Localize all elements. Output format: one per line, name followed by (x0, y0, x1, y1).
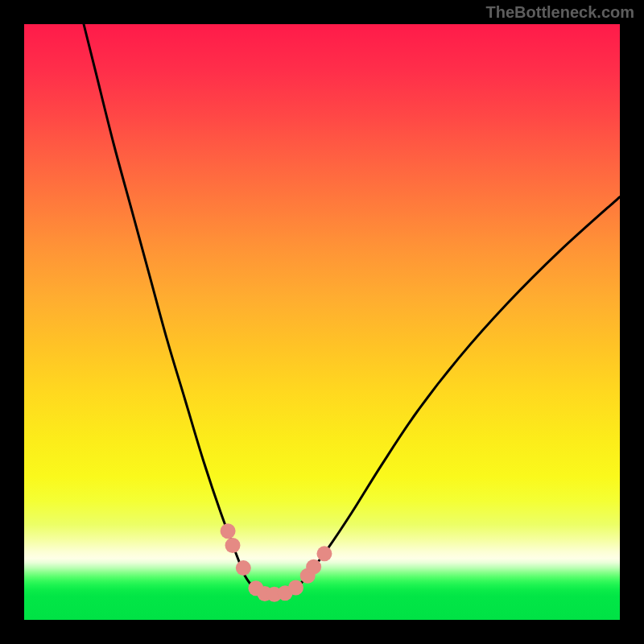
chart-frame: TheBottleneck.com (0, 0, 644, 644)
plot-background (24, 24, 620, 620)
watermark-text: TheBottleneck.com (486, 3, 634, 22)
